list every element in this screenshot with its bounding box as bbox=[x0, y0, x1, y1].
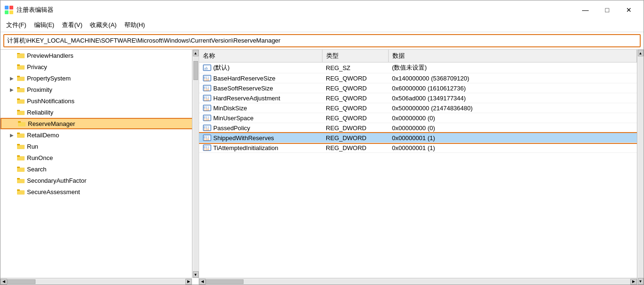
tree-item-privacy[interactable]: Privacy bbox=[0, 61, 199, 72]
bin-icon: 011 110 bbox=[203, 144, 211, 151]
scroll-up-btn[interactable]: ▲ bbox=[193, 50, 199, 56]
table-row[interactable]: 011 110 BaseHardReserveSize REG_QWORD 0x… bbox=[199, 73, 637, 83]
cell-name: 011 110 HardReserveAdjustment bbox=[199, 93, 322, 103]
menu-edit[interactable]: 编辑(E) bbox=[30, 19, 58, 31]
maximize-button[interactable]: □ bbox=[596, 3, 618, 17]
bin-icon: 011 110 bbox=[203, 84, 211, 92]
window: 注册表编辑器 — □ ✕ 文件(F) 编辑(E) 查看(V) 收藏夹(A) 帮助… bbox=[0, 0, 644, 285]
svg-rect-27 bbox=[17, 167, 20, 168]
tree-item-pushnotifications[interactable]: PushNotifications bbox=[0, 95, 199, 107]
svg-text:110: 110 bbox=[204, 138, 209, 141]
address-path[interactable]: 计算机\HKEY_LOCAL_MACHINE\SOFTWARE\Microsof… bbox=[7, 36, 637, 45]
folder-icon bbox=[17, 97, 25, 105]
tree-item-previewhandlers[interactable]: PreviewHandlers bbox=[0, 50, 199, 61]
svg-text:110: 110 bbox=[204, 148, 209, 151]
tree-label: PropertySystem bbox=[27, 75, 70, 82]
svg-rect-11 bbox=[17, 76, 20, 77]
cell-type: REG_DWORD bbox=[322, 123, 388, 133]
table-row[interactable]: 011 110 MinUserSpace REG_QWORD 0x0000000… bbox=[199, 113, 637, 123]
svg-rect-25 bbox=[17, 155, 20, 157]
tree-item-retaildemo[interactable]: ▶ RetailDemo bbox=[0, 129, 199, 141]
registry-vscroll[interactable]: ▲ ▼ bbox=[637, 50, 644, 285]
cell-type: REG_DWORD bbox=[322, 143, 388, 153]
chevron-right-icon: ▶ bbox=[10, 133, 17, 138]
reg-name-text: BaseSoftReserveSize bbox=[213, 85, 273, 92]
reg-name-text: TiAttemptedInitialization bbox=[213, 144, 278, 151]
tree-hscroll[interactable]: ◀ ▶ bbox=[0, 278, 192, 285]
cell-data: 0x500000000 (21474836480) bbox=[388, 103, 637, 113]
tree-item-run[interactable]: Run bbox=[0, 141, 199, 152]
table-row[interactable]: 011 110 ShippedWithReserves REG_DWORD 0x… bbox=[199, 133, 637, 143]
folder-icon bbox=[17, 108, 25, 116]
tree-label: RunOnce bbox=[27, 154, 53, 161]
menu-view[interactable]: 查看(V) bbox=[58, 19, 86, 31]
table-row[interactable]: 011 110 TiAttemptedInitialization REG_DW… bbox=[199, 143, 637, 153]
close-button[interactable]: ✕ bbox=[618, 3, 640, 17]
table-row[interactable]: ab (默认) REG_SZ (数值未设置) bbox=[199, 62, 637, 73]
scroll-thumb bbox=[206, 279, 244, 284]
svg-text:110: 110 bbox=[204, 108, 209, 111]
main-content: PreviewHandlers Privacy ▶ PropertySystem bbox=[0, 49, 644, 285]
col-header-data[interactable]: 数据 bbox=[388, 50, 637, 62]
table-row[interactable]: 011 110 MinDiskSize REG_QWORD 0x50000000… bbox=[199, 103, 637, 113]
folder-icon bbox=[17, 154, 25, 161]
tree-item-reservemanager[interactable]: ReserveManager bbox=[0, 118, 199, 129]
tree-item-proximity[interactable]: ▶ Proximity bbox=[0, 84, 199, 95]
tree-item-secureassessment[interactable]: SecureAssessment bbox=[0, 186, 199, 197]
tree-item-search[interactable]: Search bbox=[0, 163, 199, 175]
svg-rect-19 bbox=[18, 121, 21, 123]
scroll-left-btn[interactable]: ◀ bbox=[0, 279, 7, 285]
tree-item-reliability[interactable]: Reliability bbox=[0, 107, 199, 118]
table-row[interactable]: 011 110 BaseSoftReserveSize REG_QWORD 0x… bbox=[199, 83, 637, 93]
menu-favorites[interactable]: 收藏夹(A) bbox=[86, 19, 120, 31]
scroll-track bbox=[193, 56, 198, 271]
minimize-button[interactable]: — bbox=[574, 3, 596, 17]
scroll-left-btn[interactable]: ◀ bbox=[199, 279, 206, 285]
folder-icon bbox=[17, 52, 25, 59]
cell-data: 0x00000000 (0) bbox=[388, 113, 637, 123]
tree-label: Reliability bbox=[27, 109, 53, 116]
bin-icon: 011 110 bbox=[203, 114, 211, 122]
scroll-up-btn[interactable]: ▲ bbox=[638, 50, 644, 56]
bin-icon: 011 110 bbox=[203, 94, 211, 102]
menu-help[interactable]: 帮助(H) bbox=[121, 19, 149, 31]
tree-panel[interactable]: PreviewHandlers Privacy ▶ PropertySystem bbox=[0, 50, 199, 285]
col-header-type[interactable]: 类型 bbox=[322, 50, 388, 62]
tree-item-runonce[interactable]: RunOnce bbox=[0, 152, 199, 163]
svg-rect-14 bbox=[17, 99, 25, 104]
reg-name-text: BaseHardReserveSize bbox=[213, 75, 276, 82]
cell-name: 011 110 TiAttemptedInitialization bbox=[199, 143, 322, 153]
tree-item-propertysystem[interactable]: ▶ PropertySystem bbox=[0, 72, 199, 84]
tree-vscroll[interactable]: ▲ ▼ bbox=[192, 50, 199, 278]
svg-rect-21 bbox=[17, 133, 20, 134]
menu-file[interactable]: 文件(F) bbox=[2, 19, 30, 31]
scroll-down-btn[interactable]: ▼ bbox=[638, 278, 644, 285]
cell-type: REG_QWORD bbox=[322, 73, 388, 83]
chevron-right-icon: ▶ bbox=[10, 76, 17, 81]
reg-name-text: HardReserveAdjustment bbox=[213, 95, 280, 102]
svg-rect-29 bbox=[17, 178, 20, 179]
tree-label: Search bbox=[27, 166, 46, 173]
cell-type: REG_QWORD bbox=[322, 113, 388, 123]
table-row[interactable]: 011 110 HardReserveAdjustment REG_QWORD … bbox=[199, 93, 637, 103]
cell-data: (数值未设置) bbox=[388, 62, 637, 73]
scroll-right-btn[interactable]: ▶ bbox=[630, 279, 637, 285]
svg-text:110: 110 bbox=[204, 128, 209, 131]
col-header-name[interactable]: 名称 bbox=[199, 50, 322, 62]
svg-rect-7 bbox=[17, 54, 25, 58]
svg-rect-30 bbox=[17, 190, 25, 195]
tree-label: Run bbox=[27, 143, 38, 150]
svg-rect-22 bbox=[17, 145, 25, 149]
tree-item-secondaryauthfactor[interactable]: SecondaryAuthFactor bbox=[0, 175, 199, 186]
registry-hscroll[interactable]: ◀ ▶ bbox=[199, 278, 637, 285]
bin-icon: 011 110 bbox=[203, 134, 211, 142]
scroll-down-btn[interactable]: ▼ bbox=[193, 271, 199, 278]
svg-rect-20 bbox=[17, 134, 25, 138]
svg-rect-23 bbox=[17, 144, 20, 145]
svg-rect-9 bbox=[17, 64, 20, 66]
scroll-right-btn[interactable]: ▶ bbox=[185, 279, 192, 285]
title-bar: 注册表编辑器 — □ ✕ bbox=[0, 0, 644, 18]
svg-rect-16 bbox=[17, 111, 25, 115]
svg-text:110: 110 bbox=[204, 98, 209, 101]
table-row[interactable]: 011 110 PassedPolicy REG_DWORD 0x0000000… bbox=[199, 123, 637, 133]
